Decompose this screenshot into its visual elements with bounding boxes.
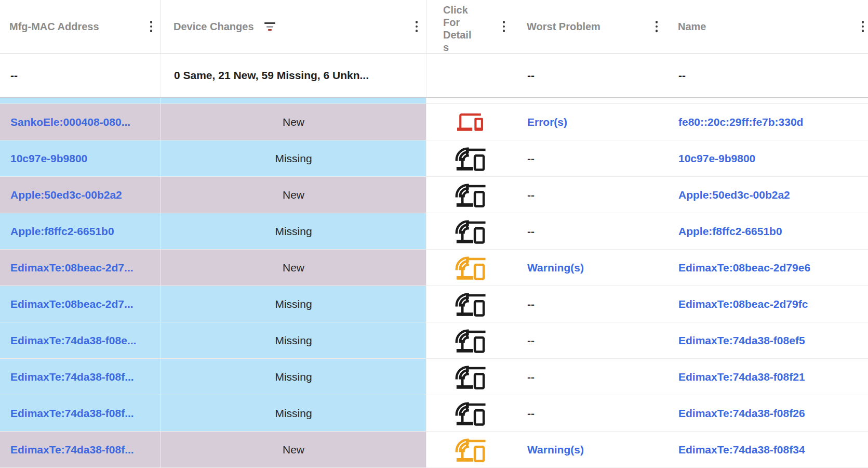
summary-device-changes-value: 0 Same, 21 New, 59 Missing, 6 Unkn... bbox=[174, 69, 369, 82]
mfg-mac-link[interactable]: EdimaxTe:08beac-2d7... bbox=[10, 262, 133, 274]
column-menu-icon[interactable] bbox=[500, 18, 509, 35]
column-header-click-for-details-label[interactable]: Click For Details bbox=[443, 0, 475, 54]
wifi-device-icon[interactable] bbox=[455, 400, 486, 426]
mfg-mac-cell: 10c97e-9b9800 bbox=[0, 140, 161, 176]
worst-problem-cell: Error(s) bbox=[513, 104, 666, 140]
mfg-mac-cell: EdimaxTe:08beac-2d7... bbox=[0, 250, 161, 285]
wifi-device-icon[interactable] bbox=[455, 364, 486, 390]
worst-problem-value: -- bbox=[527, 225, 535, 238]
worst-problem-cell: Warning(s) bbox=[513, 250, 666, 285]
details-cell bbox=[426, 432, 513, 467]
name-link[interactable]: EdimaxTe:74da38-f08ef5 bbox=[678, 334, 805, 347]
device-change-value: Missing bbox=[275, 152, 312, 165]
mfg-mac-cell: Apple:f8ffc2-6651b0 bbox=[0, 213, 161, 249]
device-change-value: Missing bbox=[275, 298, 312, 310]
column-header-name-label[interactable]: Name bbox=[678, 21, 706, 33]
name-cell: EdimaxTe:74da38-f08f21 bbox=[666, 359, 868, 395]
summary-worst-problem-value: -- bbox=[527, 69, 535, 82]
column-header-worst-problem-label[interactable]: Worst Problem bbox=[527, 21, 600, 33]
worst-problem-value[interactable]: Error(s) bbox=[527, 116, 567, 128]
name-cell: fe80::20c:29ff:fe7b:330d bbox=[666, 104, 868, 140]
name-cell: 10c97e-9b9800 bbox=[666, 140, 868, 176]
name-link[interactable]: Apple:f8ffc2-6651b0 bbox=[678, 225, 782, 238]
mfg-mac-cell: EdimaxTe:08beac-2d7... bbox=[0, 286, 161, 322]
mfg-mac-link[interactable]: EdimaxTe:74da38-f08f... bbox=[10, 407, 134, 420]
details-cell bbox=[426, 250, 513, 285]
table-row: EdimaxTe:74da38-f08f... New Warning(s) E… bbox=[0, 432, 868, 468]
device-change-value: Missing bbox=[275, 407, 312, 420]
column-menu-icon[interactable] bbox=[412, 18, 421, 35]
wifi-device-icon[interactable] bbox=[455, 291, 486, 317]
wifi-device-icon[interactable] bbox=[455, 146, 486, 172]
mfg-mac-link[interactable]: EdimaxTe:74da38-f08f... bbox=[10, 444, 134, 456]
device-change-value: Missing bbox=[275, 334, 312, 347]
name-cell: EdimaxTe:74da38-f08f26 bbox=[666, 395, 868, 431]
name-link[interactable]: fe80::20c:29ff:fe7b:330d bbox=[678, 116, 803, 128]
mfg-mac-link[interactable]: EdimaxTe:74da38-f08f... bbox=[10, 371, 134, 383]
details-cell bbox=[426, 213, 513, 249]
name-link[interactable]: 10c97e-9b9800 bbox=[678, 152, 755, 165]
name-link[interactable]: EdimaxTe:74da38-f08f21 bbox=[678, 371, 805, 383]
column-header-mfg-mac-label[interactable]: Mfg-MAC Address bbox=[9, 21, 99, 33]
worst-problem-cell: -- bbox=[513, 286, 666, 322]
column-menu-icon[interactable] bbox=[859, 18, 867, 35]
column-menu-icon[interactable] bbox=[147, 18, 156, 35]
summary-name-value: -- bbox=[678, 69, 686, 82]
device-change-value: New bbox=[283, 189, 304, 201]
wifi-device-icon[interactable] bbox=[455, 328, 486, 354]
mfg-mac-link[interactable]: EdimaxTe:74da38-f08e... bbox=[10, 334, 136, 347]
wifi-device-warning-icon[interactable] bbox=[455, 437, 486, 463]
mfg-mac-cell: EdimaxTe:74da38-f08f... bbox=[0, 395, 161, 431]
worst-problem-cell: -- bbox=[513, 359, 666, 395]
worst-problem-value: -- bbox=[527, 407, 535, 420]
summary-worst-problem-cell: -- bbox=[513, 54, 666, 97]
device-change-cell: New bbox=[161, 104, 426, 140]
mfg-mac-cell: EdimaxTe:74da38-f08f... bbox=[0, 432, 161, 467]
device-change-cell: New bbox=[161, 177, 426, 213]
name-cell: EdimaxTe:74da38-f08f34 bbox=[666, 432, 868, 467]
worst-problem-cell: -- bbox=[513, 140, 666, 176]
worst-problem-value[interactable]: Warning(s) bbox=[527, 444, 584, 456]
worst-problem-value[interactable]: Warning(s) bbox=[527, 262, 584, 274]
device-change-cell: Missing bbox=[161, 213, 426, 249]
name-link[interactable]: EdimaxTe:08beac-2d79fc bbox=[678, 298, 808, 310]
summary-name-cell: -- bbox=[666, 54, 868, 97]
table-row: Apple:50ed3c-00b2a2 New -- Apple:50ed3c-… bbox=[0, 177, 868, 213]
details-cell bbox=[426, 140, 513, 176]
details-cell bbox=[426, 286, 513, 322]
wifi-device-icon[interactable] bbox=[455, 218, 486, 244]
summary-mfg-mac-value: -- bbox=[10, 69, 18, 82]
mfg-mac-link[interactable]: SankoEle:000408-080... bbox=[10, 116, 130, 128]
worst-problem-value: -- bbox=[527, 189, 535, 201]
name-link[interactable]: EdimaxTe:74da38-f08f34 bbox=[678, 444, 805, 456]
devices-error-icon[interactable] bbox=[456, 109, 484, 135]
summary-details-cell bbox=[426, 54, 513, 97]
column-header-worst-problem: Worst Problem bbox=[513, 0, 666, 53]
mfg-mac-cell: SankoEle:000408-080... bbox=[0, 104, 161, 140]
device-change-cell: Missing bbox=[161, 359, 426, 395]
name-link[interactable]: EdimaxTe:74da38-f08f26 bbox=[678, 407, 805, 420]
name-link[interactable]: EdimaxTe:08beac-2d79e6 bbox=[678, 262, 810, 274]
table-body: SankoEle:000408-080... New Error(s) fe80… bbox=[0, 104, 868, 468]
device-table: Mfg-MAC Address Device Changes Click For… bbox=[0, 0, 868, 468]
mfg-mac-link[interactable]: 10c97e-9b9800 bbox=[10, 152, 87, 165]
table-row: EdimaxTe:74da38-f08f... Missing -- Edima… bbox=[0, 359, 868, 395]
column-header-device-changes-label[interactable]: Device Changes bbox=[173, 21, 254, 33]
partial-row bbox=[0, 98, 868, 104]
filter-icon[interactable] bbox=[262, 20, 277, 33]
wifi-device-icon[interactable] bbox=[455, 182, 486, 208]
mfg-mac-link[interactable]: Apple:50ed3c-00b2a2 bbox=[10, 189, 122, 201]
details-cell bbox=[426, 322, 513, 358]
column-menu-icon[interactable] bbox=[652, 18, 661, 35]
device-change-value: New bbox=[283, 116, 304, 128]
name-link[interactable]: Apple:50ed3c-00b2a2 bbox=[678, 189, 790, 201]
device-change-cell: Missing bbox=[161, 322, 426, 358]
name-cell: EdimaxTe:08beac-2d79e6 bbox=[666, 250, 868, 285]
mfg-mac-link[interactable]: EdimaxTe:08beac-2d7... bbox=[10, 298, 133, 310]
column-header-name: Name bbox=[666, 0, 868, 53]
mfg-mac-link[interactable]: Apple:f8ffc2-6651b0 bbox=[10, 225, 114, 238]
wifi-device-warning-icon[interactable] bbox=[455, 255, 486, 281]
summary-mfg-mac-cell: -- bbox=[0, 54, 161, 97]
worst-problem-value: -- bbox=[527, 371, 535, 383]
device-change-value: New bbox=[283, 262, 304, 274]
